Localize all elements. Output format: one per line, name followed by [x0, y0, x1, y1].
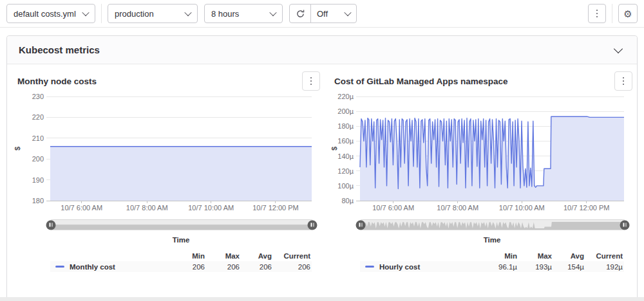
dashboard-file-label: default costs.yml — [14, 9, 76, 19]
chart-actions-menu-button[interactable] — [614, 71, 632, 91]
managed-apps-cost-chart[interactable]: 220µ200µ180µ160µ140µ120µ100µ80µ10/7 6:00… — [329, 93, 635, 214]
environment-dropdown[interactable]: production — [108, 4, 198, 23]
kebab-menu-icon — [596, 10, 598, 18]
x-axis-title: Time — [50, 236, 312, 244]
legend-col-current: Current — [584, 252, 623, 260]
brush-handle-left[interactable] — [46, 220, 56, 230]
svg-text:80µ: 80µ — [341, 197, 354, 205]
svg-text:180µ: 180µ — [337, 122, 354, 130]
time-range-dropdown[interactable]: 8 hours — [204, 4, 283, 23]
svg-text:10/7 10:00 AM: 10/7 10:00 AM — [188, 204, 234, 212]
svg-text:$: $ — [14, 147, 21, 150]
chevron-down-icon — [269, 9, 276, 16]
kubecost-metrics-section-header[interactable]: Kubecost metrics — [7, 36, 637, 64]
managed-apps-cost-card: Cost of GitLab Managed Apps namespace 22… — [329, 67, 635, 272]
dashboard-file-dropdown[interactable]: default costs.yml — [6, 4, 95, 23]
series-swatch — [55, 266, 64, 268]
dashboard-toolbar: default costs.yml production 8 hours Off… — [0, 0, 644, 28]
svg-text:10/7 6:00 AM: 10/7 6:00 AM — [372, 204, 414, 212]
svg-text:140µ: 140µ — [337, 152, 354, 160]
legend-col-current: Current — [272, 252, 310, 260]
svg-text:100µ: 100µ — [337, 182, 354, 190]
dashboard-actions-menu-button[interactable] — [588, 4, 606, 23]
svg-text:210: 210 — [32, 134, 44, 142]
svg-text:190: 190 — [32, 176, 44, 184]
series-avg: 154µ — [552, 263, 584, 271]
charts-row: Monthy node costs 23022021020019018010/7… — [7, 64, 637, 272]
section-title: Kubecost metrics — [19, 44, 100, 55]
settings-button[interactable]: ⚙ — [618, 4, 638, 23]
refresh-rate-label: Off — [317, 9, 328, 19]
x-axis-title: Time — [360, 236, 624, 244]
series-name: Hourly cost — [379, 263, 420, 271]
toolbar-divider — [612, 4, 612, 23]
gear-icon: ⚙ — [623, 9, 632, 19]
legend-col-min: Min — [173, 252, 205, 260]
svg-text:10/7 10:00 AM: 10/7 10:00 AM — [499, 204, 545, 212]
legend-series-row[interactable]: Hourly cost 96.1µ 193µ 154µ 192µ — [360, 261, 624, 272]
svg-text:120µ: 120µ — [337, 167, 354, 175]
chart-title: Cost of GitLab Managed Apps namespace — [334, 77, 508, 86]
series-min: 96.1µ — [485, 263, 517, 271]
chevron-down-icon — [614, 44, 623, 53]
legend-col-avg: Avg — [552, 252, 584, 260]
environment-label: production — [115, 9, 154, 19]
chart-legend: Min Max Avg Current Hourly cost 96.1µ 19… — [360, 250, 624, 272]
series-current: 192µ — [584, 263, 623, 271]
chart-legend: Min Max Avg Current Monthly cost 206 206… — [50, 250, 312, 272]
chart-actions-menu-button[interactable] — [302, 71, 320, 91]
time-range-label: 8 hours — [211, 9, 239, 19]
page-bottom-edge — [0, 297, 644, 301]
svg-text:10/7 12:00 PM: 10/7 12:00 PM — [252, 204, 299, 212]
kebab-menu-icon — [310, 77, 312, 86]
legend-series-row[interactable]: Monthly cost 206 206 206 206 — [50, 261, 312, 272]
chart-title: Monthy node costs — [17, 77, 97, 86]
brush-handle-right[interactable] — [308, 220, 317, 230]
kubecost-metrics-panel: Kubecost metrics Monthy node costs 23022… — [6, 35, 638, 301]
svg-text:200: 200 — [32, 155, 44, 163]
series-max: 206 — [205, 263, 240, 271]
monthly-node-costs-chart[interactable]: 23022021020019018010/7 6:00 AM10/7 8:00 … — [12, 93, 323, 214]
brush-handle-right[interactable] — [620, 220, 630, 230]
svg-text:10/7 8:00 AM: 10/7 8:00 AM — [126, 204, 168, 212]
svg-text:220: 220 — [32, 113, 44, 121]
svg-text:200µ: 200µ — [337, 107, 354, 115]
brush-handle-left[interactable] — [356, 220, 366, 230]
monthly-node-costs-card: Monthy node costs 23022021020019018010/7… — [12, 67, 323, 272]
legend-col-avg: Avg — [240, 252, 272, 260]
series-name: Monthly cost — [70, 263, 115, 271]
series-swatch — [365, 266, 374, 268]
series-max: 193µ — [517, 263, 552, 271]
chevron-down-icon — [184, 9, 191, 16]
legend-col-min: Min — [485, 252, 517, 260]
svg-text:10/7 12:00 PM: 10/7 12:00 PM — [564, 204, 610, 212]
svg-text:230: 230 — [32, 93, 44, 100]
brush-preview — [361, 220, 625, 230]
refresh-button[interactable] — [289, 4, 311, 23]
legend-col-max: Max — [205, 252, 240, 260]
refresh-icon — [296, 9, 305, 19]
svg-text:220µ: 220µ — [337, 93, 354, 100]
svg-text:180: 180 — [32, 197, 44, 205]
toolbar-divider — [101, 4, 102, 23]
time-range-brush[interactable] — [50, 219, 313, 230]
series-current: 206 — [272, 263, 310, 271]
refresh-button-group: Off — [289, 4, 357, 23]
chevron-down-icon — [82, 9, 89, 16]
kebab-menu-icon — [623, 77, 625, 86]
series-min: 206 — [173, 263, 205, 271]
svg-text:10/7 6:00 AM: 10/7 6:00 AM — [61, 204, 102, 212]
svg-text:10/7 8:00 AM: 10/7 8:00 AM — [437, 204, 478, 212]
svg-text:$: $ — [330, 147, 338, 150]
chevron-down-icon — [344, 9, 351, 16]
brush-preview — [51, 220, 312, 230]
legend-col-max: Max — [517, 252, 552, 260]
svg-text:160µ: 160µ — [337, 137, 354, 145]
time-range-brush[interactable] — [360, 219, 625, 230]
refresh-rate-dropdown[interactable]: Off — [310, 4, 357, 23]
series-avg: 206 — [240, 263, 272, 271]
